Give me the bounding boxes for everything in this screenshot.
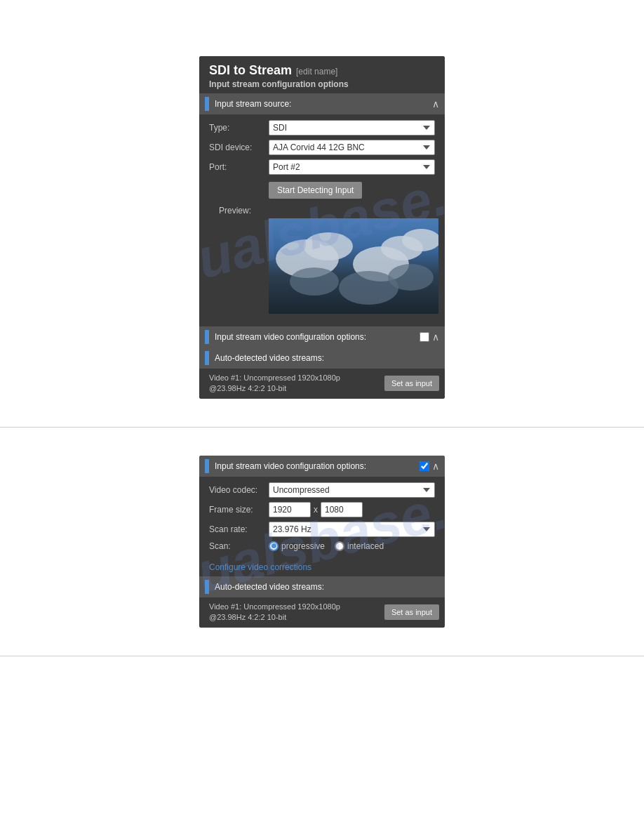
auto-detected-title-2: Auto-detected video streams:	[215, 582, 439, 592]
cloud-8	[388, 264, 434, 291]
section-indicator-4	[205, 459, 209, 473]
stream-info: Video #1: Uncompressed 1920x1080p@23.98H…	[209, 373, 379, 395]
progressive-radio-dot	[269, 541, 279, 551]
collapse-icon[interactable]: ∧	[432, 98, 439, 110]
sdi-device-row: SDI device: AJA Corvid 44 12G BNC	[209, 140, 435, 155]
section-indicator-3	[205, 351, 209, 365]
video-config-form: Video codec: Uncompressed H.264 H.265 Pr…	[199, 477, 445, 561]
video-config-section-header: Input stream video configuration options…	[199, 326, 445, 348]
video-codec-select[interactable]: Uncompressed H.264 H.265 ProRes	[269, 482, 435, 498]
set-as-input-button-2[interactable]: Set as input	[384, 604, 439, 620]
panel-1: manualsbase.com SDI to Stream [edit name…	[199, 56, 445, 399]
sdi-device-select[interactable]: AJA Corvid 44 12G BNC	[269, 140, 435, 155]
panel-subtitle: Input stream configuration options	[209, 79, 435, 89]
video-codec-row: Video codec: Uncompressed H.264 H.265 Pr…	[209, 482, 435, 498]
section-indicator	[205, 97, 209, 111]
port-select[interactable]: Port #1 Port #2 Port #3 Port #4	[269, 159, 435, 175]
scan-rate-label: Scan rate:	[209, 524, 269, 534]
set-as-input-button[interactable]: Set as input	[384, 376, 439, 391]
interlaced-label: interlaced	[347, 541, 384, 551]
port-row: Port: Port #1 Port #2 Port #3 Port #4	[209, 159, 435, 175]
scan-rate-row: Scan rate: 23.976 Hz 24 Hz 25 Hz 29.97 H…	[209, 522, 435, 537]
video-config-section-header-2: Input stream video configuration options…	[199, 456, 445, 477]
detect-input-button[interactable]: Start Detecting Input	[269, 182, 362, 199]
frame-width-input[interactable]	[269, 502, 311, 517]
sdi-device-label: SDI device:	[209, 143, 269, 152]
type-select[interactable]: SDI HDMI NDI File	[269, 120, 435, 135]
scan-rate-select[interactable]: 23.976 Hz 24 Hz 25 Hz 29.97 Hz 30 Hz 59.…	[269, 522, 435, 537]
video-config-title: Input stream video configuration options…	[215, 332, 415, 342]
section-indicator-5	[205, 580, 209, 594]
auto-detected-section-header-2: Auto-detected video streams:	[199, 576, 445, 597]
scan-type-row: Scan: progressive interlaced	[209, 541, 435, 551]
panel-title: SDI to Stream	[209, 63, 292, 78]
cloud-6	[290, 267, 339, 296]
frame-size-row: Frame size: x	[209, 502, 435, 517]
auto-detected-row-2: Video #1: Uncompressed 1920x1080p@23.98H…	[199, 597, 445, 628]
input-source-section-header: Input stream source: ∧	[199, 93, 445, 114]
edit-name-link[interactable]: [edit name]	[296, 67, 337, 77]
cloud-5	[402, 229, 438, 251]
cloud-2	[304, 232, 353, 260]
scan-label: Scan:	[209, 541, 269, 551]
progressive-label: progressive	[281, 541, 325, 551]
stream-info-2: Video #1: Uncompressed 1920x1080p@23.98H…	[209, 602, 379, 623]
video-config-checkbox[interactable]	[420, 332, 429, 342]
video-config-title-2: Input stream video configuration options…	[215, 461, 415, 471]
auto-detected-row: Video #1: Uncompressed 1920x1080p@23.98H…	[199, 369, 445, 399]
frame-x-separator: x	[314, 505, 318, 515]
input-source-title: Input stream source:	[215, 99, 432, 109]
panel-2: manualsbase.com Input stream video confi…	[199, 456, 445, 628]
port-label: Port:	[209, 162, 269, 172]
bottom-divider	[0, 656, 644, 656]
frame-size-label: Frame size:	[209, 505, 269, 515]
video-config-collapse-icon[interactable]: ∧	[432, 331, 439, 343]
frame-height-input[interactable]	[321, 502, 363, 517]
preview-label: Preview:	[209, 203, 435, 218]
auto-detected-section-header: Auto-detected video streams:	[199, 348, 445, 369]
type-label: Type:	[209, 123, 269, 133]
video-config-collapse-icon-2[interactable]: ∧	[432, 461, 439, 472]
video-codec-label: Video codec:	[209, 485, 269, 495]
interlaced-radio-label[interactable]: interlaced	[335, 541, 384, 551]
section-indicator-2	[205, 330, 209, 344]
video-config-checkbox-2[interactable]	[420, 461, 429, 471]
panel-header: SDI to Stream [edit name] Input stream c…	[199, 56, 445, 93]
interlaced-radio-dot	[335, 541, 344, 551]
input-source-form: Type: SDI HDMI NDI File SDI device: AJA …	[199, 114, 445, 326]
progressive-radio-label[interactable]: progressive	[269, 541, 325, 551]
type-row: Type: SDI HDMI NDI File	[209, 120, 435, 135]
auto-detected-title: Auto-detected video streams:	[215, 353, 439, 363]
configure-video-corrections-link[interactable]: Configure video corrections	[199, 561, 445, 576]
section-divider	[0, 427, 644, 428]
preview-image	[269, 218, 438, 314]
